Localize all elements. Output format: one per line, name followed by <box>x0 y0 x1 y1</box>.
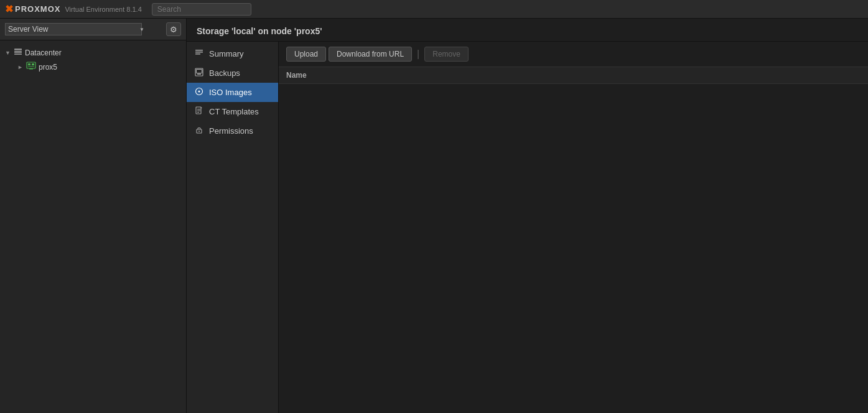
toolbar: Upload Download from URL | Remove <box>279 42 868 67</box>
backups-icon <box>194 68 204 78</box>
svg-rect-7 <box>29 68 33 70</box>
server-view-select[interactable]: Server View <box>5 23 142 35</box>
logo: ✖ PROXMOX Virtual Environment 8.1.4 <box>5 3 142 15</box>
content-area: Storage 'local' on node 'prox5' Summary <box>187 19 868 413</box>
svg-rect-2 <box>14 53 22 55</box>
content-body: Summary Backups <box>187 42 868 413</box>
svg-rect-12 <box>197 70 202 73</box>
svg-rect-8 <box>195 50 203 51</box>
remove-button[interactable]: Remove <box>424 47 469 62</box>
server-view-wrapper: Server View <box>5 23 148 35</box>
tree-item-datacenter[interactable]: ▼ Datacenter <box>0 45 186 60</box>
iso-label: ISO Images <box>209 88 252 97</box>
app-version: Virtual Environment 8.1.4 <box>65 6 141 13</box>
permissions-icon <box>194 126 204 136</box>
main-layout: Server View ⚙ ▼ Datacenter ► <box>0 19 868 413</box>
download-from-url-button[interactable]: Download from URL <box>329 47 412 62</box>
summary-icon <box>194 49 204 59</box>
logo-x-icon: ✖ <box>5 3 13 15</box>
permissions-label: Permissions <box>209 126 253 136</box>
iso-images-panel: Upload Download from URL | Remove Name <box>279 42 868 413</box>
svg-rect-4 <box>28 63 30 65</box>
svg-rect-13 <box>197 74 201 75</box>
svg-rect-1 <box>14 51 22 53</box>
nav-panel: Summary Backups <box>187 42 279 413</box>
prox5-label: prox5 <box>39 63 57 72</box>
nav-item-ct-templates[interactable]: CT Templates <box>187 102 278 121</box>
svg-point-15 <box>198 91 200 93</box>
search-input[interactable] <box>152 3 251 16</box>
server-view-bar: Server View ⚙ <box>0 19 186 40</box>
gear-button[interactable]: ⚙ <box>166 22 181 36</box>
page-title: Storage 'local' on node 'prox5' <box>197 26 322 36</box>
svg-rect-18 <box>197 111 200 111</box>
chevron-right-icon: ► <box>17 64 26 70</box>
table-body <box>279 84 868 413</box>
ct-templates-icon <box>194 106 204 117</box>
svg-rect-9 <box>195 52 203 53</box>
toolbar-separator: | <box>417 49 419 60</box>
tree-area: ▼ Datacenter ► <box>0 40 186 413</box>
backups-label: Backups <box>209 68 240 78</box>
nav-item-summary[interactable]: Summary <box>187 44 278 63</box>
summary-label: Summary <box>209 49 244 58</box>
node-icon <box>26 62 36 72</box>
svg-rect-19 <box>197 112 199 113</box>
tree-item-prox5[interactable]: ► prox5 <box>0 60 186 74</box>
iso-icon <box>194 87 204 98</box>
content-header: Storage 'local' on node 'prox5' <box>187 19 868 42</box>
table-header: Name <box>279 67 868 84</box>
column-name: Name <box>286 71 307 80</box>
svg-rect-3 <box>27 62 35 68</box>
svg-point-21 <box>198 131 200 132</box>
datacenter-label: Datacenter <box>25 49 62 57</box>
upload-button[interactable]: Upload <box>286 47 326 62</box>
nav-item-iso-images[interactable]: ISO Images <box>187 83 278 102</box>
datacenter-icon <box>14 47 22 58</box>
svg-rect-0 <box>14 49 22 50</box>
nav-item-backups[interactable]: Backups <box>187 63 278 83</box>
svg-rect-6 <box>28 66 34 67</box>
svg-rect-5 <box>32 63 34 65</box>
logo-name: PROXMOX <box>15 4 60 14</box>
svg-rect-10 <box>195 53 200 55</box>
topbar: ✖ PROXMOX Virtual Environment 8.1.4 <box>0 0 868 19</box>
ct-templates-label: CT Templates <box>209 107 259 116</box>
nav-item-permissions[interactable]: Permissions <box>187 121 278 141</box>
chevron-down-icon: ▼ <box>5 50 14 56</box>
sidebar: Server View ⚙ ▼ Datacenter ► <box>0 19 187 413</box>
svg-rect-17 <box>197 109 200 109</box>
